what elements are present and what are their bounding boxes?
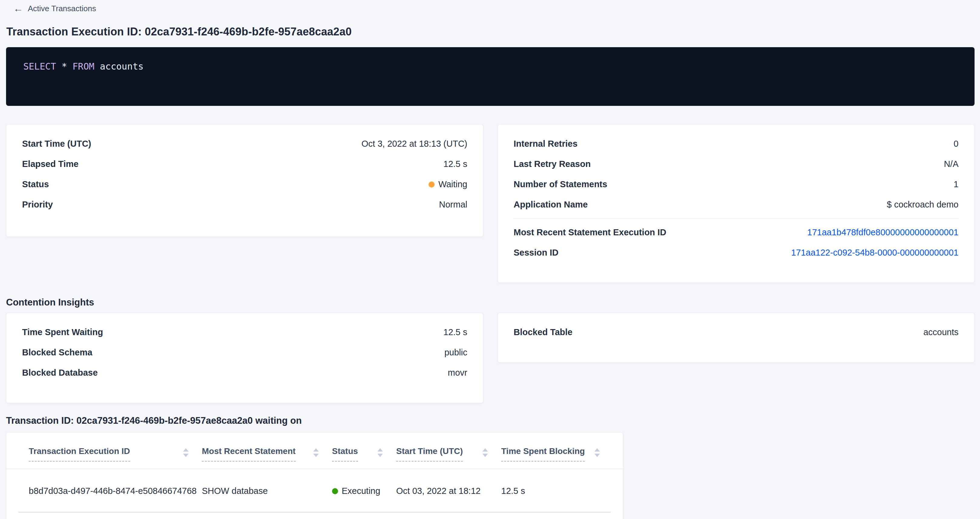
- page-title: Transaction Execution ID: 02ca7931-f246-…: [6, 25, 975, 38]
- priority-value: Normal: [439, 198, 467, 211]
- blocked-database-label: Blocked Database: [22, 367, 98, 379]
- column-header-transaction-execution-id[interactable]: Transaction Execution ID: [29, 446, 202, 462]
- transaction-details-page: ← Active Transactions Transaction Execut…: [0, 0, 980, 519]
- table-row: b8d7d03a-d497-446b-8474-e50846674768 SHO…: [6, 469, 623, 496]
- application-name-label: Application Name: [514, 198, 588, 211]
- time-spent-waiting-row: Time Spent Waiting 12.5 s: [22, 322, 467, 342]
- breadcrumb-label: Active Transactions: [28, 4, 96, 13]
- internal-retries-value: 0: [954, 138, 959, 150]
- priority-label: Priority: [22, 198, 53, 211]
- status-row: Status Waiting: [22, 174, 467, 194]
- transaction-metadata-card: Internal Retries 0 Last Retry Reason N/A…: [498, 124, 975, 283]
- elapsed-time-label: Elapsed Time: [22, 158, 78, 170]
- column-label: Most Recent Statement: [202, 446, 296, 462]
- number-of-statements-label: Number of Statements: [514, 178, 607, 190]
- table-row-divider: [19, 512, 611, 513]
- statement-execution-id-label: Most Recent Statement Execution ID: [514, 226, 666, 239]
- time-spent-waiting-label: Time Spent Waiting: [22, 326, 103, 338]
- cell-time-spent-blocking: 12.5 s: [501, 486, 600, 496]
- column-header-most-recent-statement[interactable]: Most Recent Statement: [202, 446, 332, 462]
- application-name-row: Application Name $ cockroach demo: [514, 194, 959, 215]
- sort-icon[interactable]: [482, 448, 488, 457]
- status-executing-text: Executing: [342, 486, 380, 496]
- blocked-schema-row: Blocked Schema public: [22, 342, 467, 363]
- start-time-row: Start Time (UTC) Oct 3, 2022 at 18:13 (U…: [22, 134, 467, 154]
- cell-status: Executing: [332, 486, 396, 496]
- last-retry-reason-value: N/A: [944, 158, 959, 170]
- sort-icon[interactable]: [183, 448, 189, 457]
- last-retry-reason-label: Last Retry Reason: [514, 158, 591, 170]
- column-label: Status: [332, 446, 358, 462]
- number-of-statements-value: 1: [954, 178, 959, 190]
- session-id-link[interactable]: 171aa122-c092-54b8-0000-000000000001: [791, 246, 959, 259]
- blocked-schema-value: public: [444, 346, 467, 359]
- waiting-on-heading: Transaction ID: 02ca7931-f246-469b-b2fe-…: [6, 415, 975, 426]
- number-of-statements-row: Number of Statements 1: [514, 174, 959, 194]
- status-value: Waiting: [429, 178, 467, 190]
- column-label: Time Spent Blocking: [501, 446, 585, 462]
- sql-star-operator: *: [61, 61, 67, 72]
- blocked-table-label: Blocked Table: [514, 326, 572, 338]
- summary-cards-row: Start Time (UTC) Oct 3, 2022 at 18:13 (U…: [6, 124, 975, 283]
- status-waiting-text: Waiting: [438, 178, 467, 190]
- session-id-label: Session ID: [514, 246, 558, 259]
- blocked-database-row: Blocked Database movr: [22, 363, 467, 383]
- metadata-card-divider: [514, 218, 959, 219]
- sql-statement-box: SELECT * FROM accounts: [6, 47, 975, 106]
- column-header-status[interactable]: Status: [332, 446, 396, 462]
- start-time-label: Start Time (UTC): [22, 138, 91, 150]
- time-spent-waiting-value: 12.5 s: [443, 326, 467, 338]
- last-retry-reason-row: Last Retry Reason N/A: [514, 154, 959, 174]
- statement-execution-id-link[interactable]: 171aa1b478fdf0e80000000000000001: [807, 226, 959, 239]
- contention-details-card: Time Spent Waiting 12.5 s Blocked Schema…: [6, 313, 483, 403]
- back-arrow-icon: ←: [13, 4, 23, 13]
- breadcrumb-back-link[interactable]: ← Active Transactions: [13, 4, 96, 13]
- blocked-database-value: movr: [448, 367, 467, 379]
- cell-transaction-execution-id: b8d7d03a-d497-446b-8474-e50846674768: [29, 486, 202, 496]
- internal-retries-label: Internal Retries: [514, 138, 578, 150]
- column-label: Transaction Execution ID: [29, 446, 130, 462]
- priority-row: Priority Normal: [22, 194, 467, 215]
- blocked-schema-label: Blocked Schema: [22, 346, 92, 359]
- column-header-time-spent-blocking[interactable]: Time Spent Blocking: [501, 446, 600, 462]
- elapsed-time-row: Elapsed Time 12.5 s: [22, 154, 467, 174]
- sql-table-name: accounts: [100, 61, 144, 72]
- transaction-summary-card: Start Time (UTC) Oct 3, 2022 at 18:13 (U…: [6, 124, 483, 237]
- status-label: Status: [22, 178, 49, 190]
- session-id-row: Session ID 171aa122-c092-54b8-0000-00000…: [514, 243, 959, 263]
- status-waiting-dot-icon: [429, 181, 434, 187]
- blocked-table-card: Blocked Table accounts: [498, 313, 975, 363]
- statement-execution-id-row: Most Recent Statement Execution ID 171aa…: [514, 222, 959, 243]
- blocked-table-value: accounts: [923, 326, 959, 338]
- sql-keyword-select: SELECT: [23, 61, 56, 72]
- application-name-value: $ cockroach demo: [887, 198, 959, 211]
- sort-icon[interactable]: [313, 448, 319, 457]
- sort-icon[interactable]: [594, 448, 600, 457]
- contention-insights-heading: Contention Insights: [6, 297, 975, 308]
- start-time-value: Oct 3, 2022 at 18:13 (UTC): [361, 138, 467, 150]
- cell-most-recent-statement: SHOW database: [202, 486, 332, 496]
- waiting-transactions-table-card: Transaction Execution ID Most Recent Sta…: [6, 432, 623, 519]
- status-executing-dot-icon: [332, 488, 338, 494]
- sql-keyword-from: FROM: [73, 61, 94, 72]
- column-label: Start Time (UTC): [396, 446, 463, 462]
- table-header-row: Transaction Execution ID Most Recent Sta…: [6, 433, 623, 469]
- column-header-start-time[interactable]: Start Time (UTC): [396, 446, 501, 462]
- contention-cards-row: Time Spent Waiting 12.5 s Blocked Schema…: [6, 313, 975, 403]
- cell-start-time: Oct 03, 2022 at 18:12: [396, 486, 501, 496]
- blocked-table-row: Blocked Table accounts: [514, 322, 959, 342]
- sort-icon[interactable]: [377, 448, 383, 457]
- elapsed-time-value: 12.5 s: [443, 158, 467, 170]
- internal-retries-row: Internal Retries 0: [514, 134, 959, 154]
- sql-statement: SELECT * FROM accounts: [23, 61, 143, 72]
